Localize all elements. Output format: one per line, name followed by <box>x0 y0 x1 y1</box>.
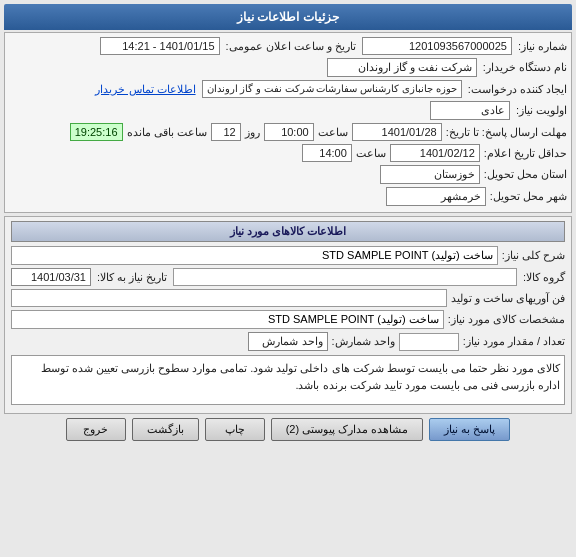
province-label: استان محل تحویل: <box>484 168 567 181</box>
remaining-label: ساعت باقی مانده <box>127 126 207 139</box>
spec-label: مشخصات کالای مورد نیاز: <box>448 313 565 326</box>
send-date-label: مهلت ارسال پاسخ: تا تاریخ: <box>446 126 567 139</box>
city-label: شهر محل تحویل: <box>490 190 567 203</box>
request-origin-label: ایجاد کننده درخواست: <box>468 83 567 96</box>
group-date-label: تاریخ نیاز به کالا: <box>97 271 167 284</box>
day-label: روز <box>245 126 260 139</box>
date-label: تاریخ و ساعت اعلان عمومی: <box>226 40 356 53</box>
qty-row: تعداد / مقدار مورد نیاز: واحد شمارش: واح… <box>11 332 565 351</box>
priority-value: عادی <box>430 101 510 120</box>
time-value1: 10:00 <box>264 123 314 141</box>
action-date-label: حداقل تاریخ اعلام: <box>484 147 567 160</box>
time-label1: ساعت <box>318 126 348 139</box>
contact-link[interactable]: اطلاعات تماس خریدار <box>95 83 195 96</box>
city-value: خرمشهر <box>386 187 486 206</box>
description-value: ساخت (تولید) STD SAMPLE POINT <box>11 246 498 265</box>
main-container: جزئیات اطلاعات نیاز شماره نیاز: 12010935… <box>0 0 576 445</box>
answer-button[interactable]: پاسخ به نیاز <box>429 418 510 441</box>
notice-number-value: 1201093567000025 <box>362 37 512 55</box>
qty-value[interactable] <box>399 333 459 351</box>
description-text-box: کالای مورد نظر حتما می بایست توسط شرکت ه… <box>11 355 565 405</box>
observe-button[interactable]: مشاهده مدارک پیوستی (2) <box>271 418 424 441</box>
notice-number-label: شماره نیاز: <box>518 40 567 53</box>
return-button[interactable]: بازگشت <box>132 418 199 441</box>
send-date-value: 1401/01/28 <box>352 123 442 141</box>
action-date-value: 1401/02/12 <box>390 144 480 162</box>
request-origin-value: حوزه جانبازی کارشناس سفارشات شرکت نفت و … <box>202 80 462 98</box>
priority-label: اولویت نیاز: <box>516 104 567 117</box>
remaining-value: 19:25:16 <box>70 123 123 141</box>
print-button[interactable]: چاپ <box>205 418 265 441</box>
button-row: پاسخ به نیاز مشاهده مدارک پیوستی (2) چاپ… <box>4 418 572 441</box>
time-label2: ساعت <box>356 147 386 160</box>
qty-label: تعداد / مقدار مورد نیاز: <box>463 335 565 348</box>
page-title: جزئیات اطلاعات نیاز <box>237 10 339 24</box>
mfg-label: فن آوریهای ساخت و تولید <box>451 292 565 305</box>
description-label: شرح کلی نیاز: <box>502 249 565 262</box>
group-label: گروه کالا: <box>523 271 565 284</box>
spec-value: ساخت (تولید) STD SAMPLE POINT <box>11 310 444 329</box>
date-value: 1401/01/15 - 14:21 <box>100 37 220 55</box>
mfg-value <box>11 289 447 307</box>
province-value: خوزستان <box>380 165 480 184</box>
requester-name-label: نام دستگاه خریدار: <box>483 61 567 74</box>
goods-section: اطلاعات کالاهای مورد نیاز شرح کلی نیاز: … <box>4 216 572 414</box>
group-value <box>173 268 517 286</box>
day-value: 12 <box>211 123 241 141</box>
unit-label: واحد شمارش: <box>332 335 395 348</box>
page-header: جزئیات اطلاعات نیاز <box>4 4 572 30</box>
group-date-value: 1401/03/31 <box>11 268 91 286</box>
unit-value: واحد شمارش <box>248 332 328 351</box>
exit-button[interactable]: خروج <box>66 418 126 441</box>
top-info-section: شماره نیاز: 1201093567000025 تاریخ و ساع… <box>4 32 572 213</box>
goods-section-header: اطلاعات کالاهای مورد نیاز <box>11 221 565 242</box>
requester-name-value: شرکت نفت و گاز اروندان <box>327 58 477 77</box>
time-value2: 14:00 <box>302 144 352 162</box>
